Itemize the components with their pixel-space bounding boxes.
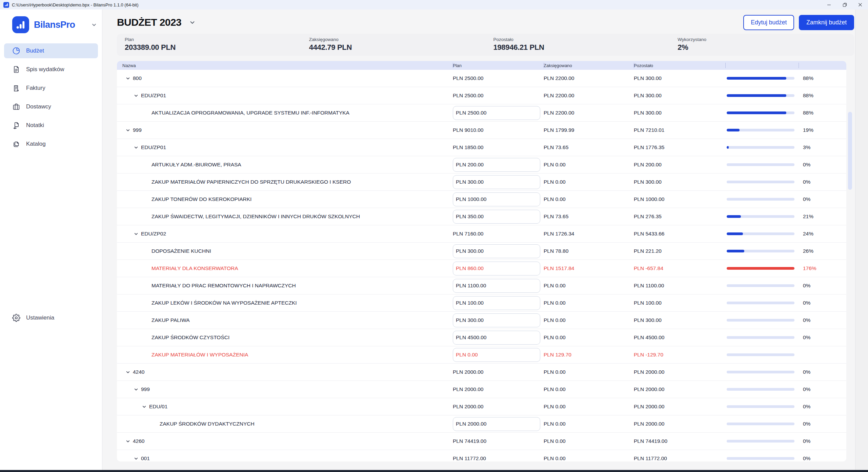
row-name: 4240 xyxy=(133,369,144,375)
plan-input[interactable] xyxy=(453,348,540,362)
row-chevron-down-icon[interactable] xyxy=(134,94,138,98)
booked-value: PLN 0.00 xyxy=(544,421,566,427)
table-row: 4240PLN 2000.00PLN 0.00PLN 2000.000% xyxy=(117,364,846,381)
table-row: ZAKUP LEKÓW I ŚRODKÓW NA WYPOSAŻENIE APT… xyxy=(117,294,846,312)
sidebar-item-dostawcy[interactable]: Dostawcy xyxy=(4,99,98,114)
close-budget-button[interactable]: Zamknij budżet xyxy=(799,15,854,30)
window-titlebar: C:\Users\Hyperbook\Desktop\demo.bpx - Bi… xyxy=(0,0,868,9)
scrollbar-thumb[interactable] xyxy=(848,112,852,190)
percent-label: 0% xyxy=(799,398,846,415)
summary-value: 198946.21 PLN xyxy=(493,43,670,52)
row-name: ARTUKUŁY ADM.-BIUROWE, PRASA xyxy=(152,162,241,168)
remaining-value: PLN 300.00 xyxy=(634,75,662,81)
table-row: 800PLN 2500.00PLN 2200.00PLN 300.0088% xyxy=(117,70,846,87)
sidebar-settings-slot: Ustawienia xyxy=(4,310,98,325)
remaining-value: PLN 7210.01 xyxy=(634,127,665,133)
booked-value: PLN 0.00 xyxy=(544,369,566,375)
restore-button[interactable] xyxy=(837,0,852,9)
plan-input[interactable] xyxy=(453,296,540,310)
percent-label: 0% xyxy=(799,450,846,461)
table-row: MATERIAŁY DLA KONSERWATORAPLN 1517.84PLN… xyxy=(117,260,846,277)
row-chevron-down-icon[interactable] xyxy=(126,76,130,81)
budget-selector-chevron-down-icon[interactable] xyxy=(189,20,195,25)
remaining-value: PLN 2000.00 xyxy=(634,369,665,375)
summary-label: Zaksięgowano xyxy=(309,37,486,42)
column-header xyxy=(725,61,799,70)
brand-chevron-down-icon[interactable] xyxy=(92,22,97,27)
percent-label: 21% xyxy=(799,208,846,225)
percent-label: 0% xyxy=(799,364,846,381)
row-chevron-down-icon[interactable] xyxy=(134,232,138,236)
booked-value: PLN 0.00 xyxy=(544,438,566,444)
plan-input[interactable] xyxy=(453,262,540,275)
row-name: 999 xyxy=(133,127,142,133)
percent-label: 26% xyxy=(799,243,846,260)
sidebar-item-faktury[interactable]: Faktury xyxy=(4,81,98,96)
sidebar-item-katalog[interactable]: Katalog xyxy=(4,137,98,151)
sidebar-item-notatki[interactable]: Notatki xyxy=(4,118,98,133)
progress-bar xyxy=(727,319,794,322)
remaining-value: PLN 100.00 xyxy=(634,300,662,306)
plan-input[interactable] xyxy=(453,279,540,293)
row-chevron-down-icon[interactable] xyxy=(134,145,138,150)
row-chevron-down-icon[interactable] xyxy=(134,456,138,461)
plan-input[interactable] xyxy=(453,417,540,431)
table-row: EDU/01PLN 2000.00PLN 0.00PLN 2000.000% xyxy=(117,398,846,415)
plan-value: PLN 7160.00 xyxy=(453,231,484,237)
remaining-value: PLN 74419.00 xyxy=(634,438,667,444)
table-header: NazwaPlanZaksięgowanoPozostało xyxy=(117,61,846,70)
plan-input[interactable] xyxy=(453,313,540,327)
plan-value: PLN 74419.00 xyxy=(453,438,486,444)
sidebar-item-budzet[interactable]: Budżet xyxy=(4,43,98,58)
plan-input[interactable] xyxy=(453,106,540,120)
remaining-value: PLN 2000.00 xyxy=(634,386,665,392)
summary-bar: Plan203389.00 PLNZaksięgowano4442.79 PLN… xyxy=(117,34,854,56)
table-row: ZAKUP ŚRODKÓW DYDAKTYCZNYCHPLN 0.00PLN 2… xyxy=(117,415,846,433)
percent-label: 88% xyxy=(799,104,846,121)
booked-value: PLN 0.00 xyxy=(544,317,566,323)
window-title: C:\Users\Hyperbook\Desktop\demo.bpx - Bi… xyxy=(12,2,139,7)
row-chevron-down-icon[interactable] xyxy=(126,439,130,444)
progress-bar xyxy=(727,129,794,131)
sidebar-item-ustawienia[interactable]: Ustawienia xyxy=(4,310,98,325)
row-chevron-down-icon[interactable] xyxy=(126,128,130,132)
plan-input[interactable] xyxy=(453,158,540,172)
column-header: Nazwa xyxy=(117,61,453,70)
percent-label: 0% xyxy=(799,312,846,329)
column-header: Plan xyxy=(453,61,544,70)
percent-label: 0% xyxy=(799,277,846,294)
summary-value: 2% xyxy=(678,43,854,52)
plan-input[interactable] xyxy=(453,175,540,189)
minimize-button[interactable] xyxy=(821,0,837,9)
close-icon xyxy=(858,3,862,7)
plan-input[interactable] xyxy=(453,244,540,258)
row-chevron-down-icon[interactable] xyxy=(134,387,138,392)
row-name: EDU/ZP01 xyxy=(141,144,166,150)
row-name: AKTUALIZACJA OPROGRAMOWANIA, UPGRADE SYS… xyxy=(152,110,349,116)
plan-input[interactable] xyxy=(453,331,540,345)
percent-label: 0% xyxy=(799,329,846,346)
row-name: EDU/ZP01 xyxy=(141,93,166,99)
stack-icon xyxy=(12,140,20,148)
row-name: ZAKUP ŚWAIDECTW, LEGITYMACJI, DZIENNIKÓW… xyxy=(152,213,360,220)
plan-input[interactable] xyxy=(453,192,540,206)
sidebar-item-label: Faktury xyxy=(26,85,45,91)
edit-budget-button[interactable]: Edytuj budżet xyxy=(743,15,794,30)
progress-bar xyxy=(727,405,794,408)
row-chevron-down-icon[interactable] xyxy=(142,405,146,409)
row-chevron-down-icon[interactable] xyxy=(126,370,130,374)
remaining-value: PLN 2000.00 xyxy=(634,421,665,427)
sidebar-item-label: Spis wydatków xyxy=(26,66,64,73)
close-button[interactable] xyxy=(852,0,868,9)
progress-bar xyxy=(727,302,794,304)
booked-value: PLN 1726.34 xyxy=(544,231,574,237)
app-logo-icon xyxy=(3,2,9,8)
sidebar-item-spis-wydatkow[interactable]: Spis wydatków xyxy=(4,62,98,77)
pie-chart-icon xyxy=(12,47,20,55)
plan-input[interactable] xyxy=(453,210,540,224)
table-row: EDU/ZP02PLN 7160.00PLN 1726.34PLN 5433.6… xyxy=(117,225,846,243)
sidebar-item-label: Notatki xyxy=(26,122,44,129)
summary-label: Pozostało xyxy=(493,37,670,42)
percent-label: 24% xyxy=(799,225,846,242)
main-content: BUDŻET 2023 Edytuj budżet Zamknij budżet… xyxy=(102,9,868,472)
